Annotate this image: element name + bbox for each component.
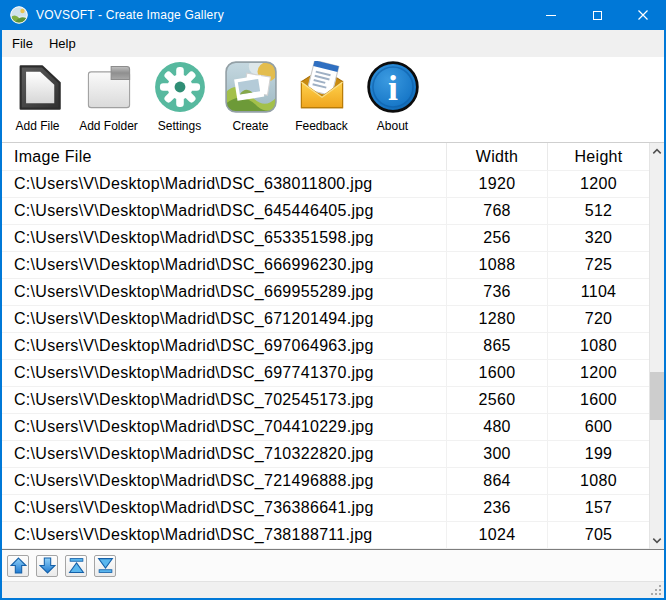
cell-height: 1080	[548, 333, 649, 359]
resize-grip-icon[interactable]	[650, 584, 663, 597]
cell-path: C:\Users\V\Desktop\Madrid\DSC_671201494.…	[2, 306, 447, 332]
table-row[interactable]: C:\Users\V\Desktop\Madrid\DSC_671201494.…	[2, 306, 649, 333]
scrollbar-thumb[interactable]	[650, 372, 664, 420]
cell-height: 199	[548, 441, 649, 467]
move-bottom-icon	[97, 557, 114, 574]
arrow-up-icon	[10, 557, 27, 574]
file-list: Image File Width Height C:\Users\V\Deskt…	[2, 142, 664, 550]
table-row[interactable]: C:\Users\V\Desktop\Madrid\DSC_704410229.…	[2, 414, 649, 441]
cell-path: C:\Users\V\Desktop\Madrid\DSC_704410229.…	[2, 414, 447, 440]
add-folder-button[interactable]: Add Folder	[73, 60, 144, 133]
cell-width: 236	[447, 495, 548, 521]
move-down-button[interactable]	[36, 555, 58, 577]
table-row[interactable]: C:\Users\V\Desktop\Madrid\DSC_697741370.…	[2, 360, 649, 387]
add-file-button[interactable]: Add File	[2, 60, 73, 133]
cell-path: C:\Users\V\Desktop\Madrid\DSC_736386641.…	[2, 495, 447, 521]
cell-width: 865	[447, 333, 548, 359]
table-row[interactable]: C:\Users\V\Desktop\Madrid\DSC_645446405.…	[2, 198, 649, 225]
table-row[interactable]: C:\Users\V\Desktop\Madrid\DSC_736386641.…	[2, 495, 649, 522]
close-icon	[635, 7, 651, 23]
feedback-button[interactable]: Feedback	[286, 60, 357, 133]
scroll-down-button[interactable]	[650, 532, 664, 549]
statusbar	[2, 581, 664, 598]
reorder-toolbar	[2, 550, 664, 581]
vertical-scrollbar[interactable]	[649, 143, 664, 549]
app-logo-icon	[10, 6, 28, 24]
move-top-icon	[68, 557, 85, 574]
add-folder-label: Add Folder	[79, 119, 138, 133]
menu-file[interactable]: File	[4, 31, 41, 56]
cell-path: C:\Users\V\Desktop\Madrid\DSC_653351598.…	[2, 225, 447, 251]
document-icon	[12, 61, 64, 113]
cell-height: 720	[548, 306, 649, 332]
table-row[interactable]: C:\Users\V\Desktop\Madrid\DSC_669955289.…	[2, 279, 649, 306]
about-label: About	[377, 119, 408, 133]
table-row[interactable]: C:\Users\V\Desktop\Madrid\DSC_738188711.…	[2, 522, 649, 549]
cell-width: 864	[447, 468, 548, 494]
arrow-down-icon	[39, 557, 56, 574]
cell-height: 705	[548, 522, 649, 548]
cell-width: 1024	[447, 522, 548, 548]
gear-icon	[154, 61, 206, 113]
cell-width: 2560	[447, 387, 548, 413]
table-row[interactable]: C:\Users\V\Desktop\Madrid\DSC_666996230.…	[2, 252, 649, 279]
cell-path: C:\Users\V\Desktop\Madrid\DSC_638011800.…	[2, 171, 447, 197]
table-row[interactable]: C:\Users\V\Desktop\Madrid\DSC_653351598.…	[2, 225, 649, 252]
gallery-icon	[225, 61, 277, 113]
cell-path: C:\Users\V\Desktop\Madrid\DSC_666996230.…	[2, 252, 447, 278]
move-to-top-button[interactable]	[65, 555, 87, 577]
minimize-button[interactable]	[528, 0, 574, 30]
table-row[interactable]: C:\Users\V\Desktop\Madrid\DSC_702545173.…	[2, 387, 649, 414]
cell-width: 480	[447, 414, 548, 440]
cell-width: 256	[447, 225, 548, 251]
cell-height: 512	[548, 198, 649, 224]
cell-height: 1104	[548, 279, 649, 305]
table-row[interactable]: C:\Users\V\Desktop\Madrid\DSC_721496888.…	[2, 468, 649, 495]
table-row[interactable]: C:\Users\V\Desktop\Madrid\DSC_638011800.…	[2, 171, 649, 198]
header-height[interactable]: Height	[548, 143, 649, 170]
main-toolbar: Add File Add Folder	[2, 57, 664, 142]
table-row[interactable]: C:\Users\V\Desktop\Madrid\DSC_710322820.…	[2, 441, 649, 468]
table-row[interactable]: C:\Users\V\Desktop\Madrid\DSC_697064963.…	[2, 333, 649, 360]
cell-width: 768	[447, 198, 548, 224]
cell-height: 320	[548, 225, 649, 251]
cell-path: C:\Users\V\Desktop\Madrid\DSC_710322820.…	[2, 441, 447, 467]
file-grid: Image File Width Height C:\Users\V\Deskt…	[2, 143, 649, 549]
cell-path: C:\Users\V\Desktop\Madrid\DSC_697741370.…	[2, 360, 447, 386]
window-title: VOVSOFT - Create Image Gallery	[36, 8, 528, 22]
cell-path: C:\Users\V\Desktop\Madrid\DSC_645446405.…	[2, 198, 447, 224]
cell-width: 1280	[447, 306, 548, 332]
cell-width: 736	[447, 279, 548, 305]
cell-path: C:\Users\V\Desktop\Madrid\DSC_702545173.…	[2, 387, 447, 413]
envelope-icon	[296, 61, 348, 113]
settings-label: Settings	[158, 119, 201, 133]
minimize-icon	[546, 15, 556, 16]
feedback-label: Feedback	[295, 119, 348, 133]
cell-width: 1088	[447, 252, 548, 278]
info-icon: i	[367, 61, 419, 113]
header-width[interactable]: Width	[447, 143, 548, 170]
cell-path: C:\Users\V\Desktop\Madrid\DSC_721496888.…	[2, 468, 447, 494]
cell-height: 1200	[548, 171, 649, 197]
create-button[interactable]: Create	[215, 60, 286, 133]
header-image-file[interactable]: Image File	[2, 143, 447, 170]
svg-text:i: i	[388, 68, 398, 108]
cell-height: 600	[548, 414, 649, 440]
cell-path: C:\Users\V\Desktop\Madrid\DSC_669955289.…	[2, 279, 447, 305]
move-to-bottom-button[interactable]	[94, 555, 116, 577]
cell-width: 300	[447, 441, 548, 467]
close-button[interactable]	[620, 0, 666, 30]
cell-height: 1080	[548, 468, 649, 494]
table-body: C:\Users\V\Desktop\Madrid\DSC_638011800.…	[2, 171, 649, 549]
create-label: Create	[232, 119, 268, 133]
settings-button[interactable]: Settings	[144, 60, 215, 133]
cell-height: 1600	[548, 387, 649, 413]
maximize-button[interactable]	[574, 0, 620, 30]
scroll-up-button[interactable]	[650, 143, 664, 160]
add-file-label: Add File	[15, 119, 59, 133]
cell-width: 1600	[447, 360, 548, 386]
about-button[interactable]: i About	[357, 60, 428, 133]
menu-help[interactable]: Help	[41, 31, 84, 56]
move-up-button[interactable]	[7, 555, 29, 577]
chevron-down-icon	[650, 533, 664, 548]
